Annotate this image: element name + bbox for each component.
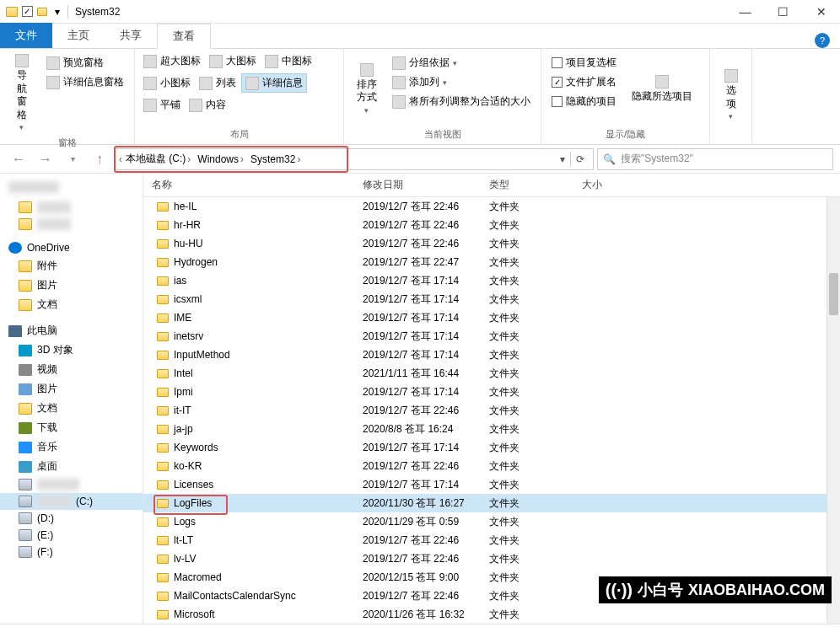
sidebar-3d-objects[interactable]: 3D 对象 [0, 340, 143, 360]
file-row[interactable]: ja-jp2020/8/8 苍耳 16:24文件夹 [143, 420, 840, 438]
close-button[interactable]: ✕ [802, 0, 840, 24]
forward-button[interactable]: → [34, 148, 57, 170]
sidebar-documents[interactable]: 文档 [0, 295, 143, 314]
breadcrumb-system32[interactable]: System32 › [247, 153, 304, 165]
file-extensions-toggle[interactable]: 文件扩展名 [548, 73, 620, 91]
file-date: 2019/12/7 苍耳 17:14 [363, 478, 489, 492]
sidebar-this-pc[interactable]: 此电脑 [0, 321, 143, 340]
sidebar-drive-c[interactable]: (C:) [0, 493, 143, 510]
sidebar-documents2[interactable]: 文档 [0, 399, 143, 418]
file-row[interactable]: lt-LT2019/12/7 苍耳 22:46文件夹 [143, 531, 840, 549]
file-row[interactable]: ko-KR2019/12/7 苍耳 22:46文件夹 [143, 457, 840, 475]
navigation-pane-button[interactable]: 导航窗格 ▾ [5, 52, 38, 135]
column-date[interactable]: 修改日期 [363, 178, 489, 192]
refresh-button[interactable]: ⟳ [571, 153, 590, 165]
search-input[interactable]: 🔍 搜索"System32" [597, 148, 833, 170]
file-date: 2021/1/11 苍耳 16:44 [363, 367, 489, 381]
fit-columns-button[interactable]: 将所有列调整为合适的大小 [389, 93, 534, 110]
sidebar-videos[interactable]: 视频 [0, 360, 143, 379]
file-row[interactable]: lv-LV2019/12/7 苍耳 22:46文件夹 [143, 549, 840, 568]
list-button[interactable]: 列表 [196, 73, 240, 93]
sidebar-music[interactable]: 音乐 [0, 437, 143, 457]
folder-icon [157, 239, 169, 249]
file-row[interactable]: LogFiles2020/11/30 苍耳 16:27文件夹 [143, 494, 840, 512]
folder-icon [157, 480, 169, 490]
medium-icons-button[interactable]: 中图标 [261, 52, 315, 70]
file-row[interactable]: he-IL2019/12/7 苍耳 22:46文件夹 [143, 197, 840, 216]
item-checkboxes-toggle[interactable]: 项目复选框 [548, 54, 620, 72]
maximize-button[interactable]: ☐ [764, 0, 802, 24]
sort-button[interactable]: 排序方式 ▾ [349, 52, 384, 126]
recent-locations-button[interactable]: ▾ [61, 148, 84, 170]
file-row[interactable]: hu-HU2019/12/7 苍耳 22:46文件夹 [143, 234, 840, 253]
view-tab[interactable]: 查看 [157, 24, 211, 49]
breadcrumb-c[interactable]: 本地磁盘 (C:) › [122, 152, 194, 166]
share-tab[interactable]: 共享 [105, 23, 157, 48]
file-row[interactable]: InputMethod2019/12/7 苍耳 17:14文件夹 [143, 346, 840, 364]
details-pane-button[interactable]: 详细信息窗格 [43, 73, 127, 91]
help-icon[interactable]: ? [815, 33, 830, 48]
sidebar-drive-e[interactable]: (E:) [0, 527, 143, 544]
back-button[interactable]: ← [7, 148, 30, 170]
file-row[interactable]: Intel2021/1/11 苍耳 16:44文件夹 [143, 364, 840, 383]
file-row[interactable]: Ipmi2019/12/7 苍耳 17:14文件夹 [143, 383, 840, 401]
file-row[interactable]: Licenses2019/12/7 苍耳 17:14文件夹 [143, 475, 840, 494]
home-tab[interactable]: 主页 [52, 23, 105, 48]
address-dropdown-icon[interactable]: ▾ [555, 153, 570, 165]
sidebar-blur1[interactable] [0, 476, 143, 493]
sidebar-pictures2[interactable]: 图片 [0, 379, 143, 399]
qat-dropdown-icon[interactable]: ▾ [51, 5, 64, 19]
file-row[interactable]: Logs2020/11/29 苍耳 0:59文件夹 [143, 512, 840, 531]
file-row[interactable]: IME2019/12/7 苍耳 17:14文件夹 [143, 308, 840, 327]
qat-properties-icon[interactable] [20, 5, 34, 19]
sidebar-drive-f[interactable]: (F:) [0, 544, 143, 560]
address-input[interactable]: ‹ 本地磁盘 (C:) › Windows › System32 › ▾ ⟳ [115, 148, 594, 170]
file-row[interactable]: icsxml2019/12/7 苍耳 17:14文件夹 [143, 290, 840, 308]
folder-icon [157, 351, 169, 360]
file-row[interactable]: it-IT2019/12/7 苍耳 22:46文件夹 [143, 401, 840, 420]
column-name[interactable]: 名称 [152, 178, 363, 192]
file-row[interactable]: Keywords2019/12/7 苍耳 17:14文件夹 [143, 438, 840, 457]
column-size[interactable]: 大小 [582, 178, 649, 192]
sidebar-drive-d[interactable]: (D:) [0, 510, 143, 527]
file-name: it-IT [174, 405, 191, 416]
file-row[interactable]: inetsrv2019/12/7 苍耳 17:14文件夹 [143, 327, 840, 346]
file-row[interactable]: Hydrogen2019/12/7 苍耳 22:47文件夹 [143, 253, 840, 271]
scroll-thumb[interactable] [829, 273, 838, 315]
up-button[interactable]: ↑ [88, 148, 111, 170]
breadcrumb-windows[interactable]: Windows › [194, 153, 247, 165]
minimize-button[interactable]: — [726, 0, 764, 24]
column-type[interactable]: 类型 [489, 178, 582, 192]
sidebar-pictures[interactable]: 图片 [0, 276, 143, 295]
sidebar-downloads[interactable]: 下载 [0, 418, 143, 437]
ribbon: 导航窗格 ▾ 预览窗格 详细信息窗格 窗格 超大图标 大图标 中图标 小图标 列… [0, 49, 840, 145]
file-row[interactable]: hr-HR2019/12/7 苍耳 22:46文件夹 [143, 216, 840, 234]
large-icons-button[interactable]: 大图标 [206, 52, 260, 70]
preview-pane-button[interactable]: 预览窗格 [43, 54, 127, 72]
file-name: icsxml [174, 293, 202, 305]
extra-large-icons-button[interactable]: 超大图标 [140, 52, 204, 70]
vertical-scrollbar[interactable] [827, 197, 840, 624]
blurred-item [8, 181, 59, 193]
file-tab[interactable]: 文件 [0, 23, 52, 48]
qat-new-folder-icon[interactable] [35, 5, 49, 19]
content-button[interactable]: 内容 [186, 96, 229, 114]
file-name: Macromed [174, 571, 222, 583]
sidebar-desktop[interactable]: 桌面 [0, 457, 143, 476]
sidebar-attachments[interactable]: 附件 [0, 256, 143, 276]
folder-icon [157, 202, 169, 212]
group-by-button[interactable]: 分组依据 ▾ [389, 54, 534, 72]
tiles-button[interactable]: 平铺 [140, 96, 184, 114]
hide-selected-button[interactable]: 隐藏所选项目 [625, 52, 699, 126]
file-type: 文件夹 [489, 515, 582, 529]
file-row[interactable]: Microsoft2020/11/26 苍耳 16:32文件夹 [143, 605, 840, 624]
sidebar-onedrive[interactable]: OneDrive [0, 239, 143, 256]
hidden-items-toggle[interactable]: 隐藏的项目 [548, 93, 620, 110]
options-button[interactable]: 选项 ▾ [715, 52, 746, 139]
details-button[interactable]: 详细信息 [241, 73, 307, 93]
file-row[interactable]: ias2019/12/7 苍耳 17:14文件夹 [143, 271, 840, 290]
watermark: ((·)) 小白号 XIAOBAIHAO.COM [599, 576, 832, 603]
add-columns-button[interactable]: 添加列 ▾ [389, 73, 534, 91]
small-icons-button[interactable]: 小图标 [140, 73, 194, 93]
search-placeholder: 搜索"System32" [621, 152, 693, 166]
